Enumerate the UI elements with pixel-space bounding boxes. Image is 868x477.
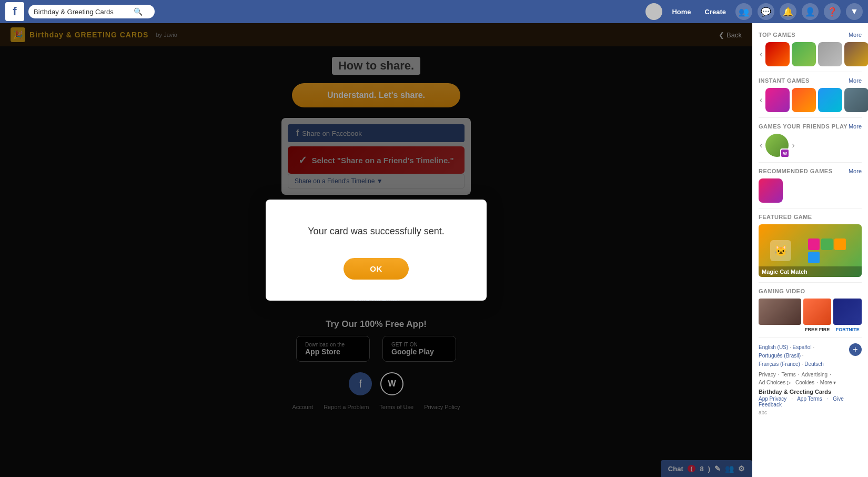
terms-text[interactable]: Terms bbox=[782, 372, 796, 377]
app-privacy-link[interactable]: App Privacy bbox=[759, 396, 786, 402]
user-avatar bbox=[645, 3, 662, 20]
video-pubg[interactable]: BATTLEGROUNDS bbox=[759, 299, 801, 332]
divider-3 bbox=[759, 162, 862, 163]
video-freefire[interactable]: FREE FIRE bbox=[803, 299, 832, 332]
featured-game-icon: 🐱 bbox=[770, 240, 791, 261]
language-options: English (US) · Español · Português (Bras… bbox=[759, 343, 824, 369]
top-games-prev[interactable]: ‹ bbox=[759, 49, 763, 59]
sidebar-footer: English (US) · Español · Português (Bras… bbox=[759, 343, 862, 369]
instant-games-more[interactable]: More bbox=[849, 77, 862, 84]
advertising-link[interactable]: Advertising bbox=[802, 372, 827, 377]
divider-6 bbox=[759, 337, 862, 338]
instant-game-2-thumb[interactable] bbox=[792, 88, 816, 112]
top-games-row: ‹ › bbox=[759, 42, 862, 66]
rec-game-1-thumb[interactable] bbox=[759, 178, 783, 203]
help-icon[interactable]: ❓ bbox=[824, 3, 841, 20]
divider-2 bbox=[759, 117, 862, 118]
main-layout: 🎉 Birthday & GREETING CARDS by Javio ❮ B… bbox=[0, 23, 868, 477]
game-knight-thumb[interactable] bbox=[844, 42, 868, 66]
top-games-header: TOP GAMES More bbox=[759, 32, 862, 38]
sidebar-brand: Birthday & Greeting Cards bbox=[759, 389, 862, 395]
video-pubg-label: BATTLEGROUNDS bbox=[759, 325, 801, 332]
recommended-games-row bbox=[759, 178, 862, 203]
friends-games-row: ‹ W › bbox=[759, 134, 862, 157]
gaming-videos-row: BATTLEGROUNDS FREE FIRE FORTNITE bbox=[759, 299, 862, 332]
game-slots-thumb[interactable] bbox=[765, 42, 790, 66]
facebook-topbar: f 🔍 Home Create 👥 💬 🔔 👤 ❓ ▼ bbox=[0, 0, 868, 23]
featured-game-header: FEATURED GAME bbox=[759, 214, 862, 220]
video-freefire-label: FREE FIRE bbox=[803, 325, 832, 332]
cookies-link[interactable]: Cookies bbox=[795, 380, 814, 385]
gaming-video-title: GAMING VIDEO bbox=[759, 288, 805, 294]
lang-espanol[interactable]: Español bbox=[792, 344, 811, 350]
game-candy-thumb[interactable] bbox=[792, 42, 816, 66]
featured-game-name-label: Magic Cat Match bbox=[759, 266, 862, 277]
fb-logo-letter: f bbox=[13, 5, 16, 18]
featured-game-image[interactable]: 🐱 Magic Cat Match bbox=[759, 224, 862, 277]
instant-game-1-thumb[interactable] bbox=[765, 88, 790, 112]
featured-game-title: FEATURED GAME bbox=[759, 214, 812, 220]
lang-french[interactable]: Français (France) bbox=[759, 361, 800, 367]
modal-ok-button[interactable]: OK bbox=[344, 258, 409, 280]
topbar-right: Home Create 👥 💬 🔔 👤 ❓ ▼ bbox=[645, 3, 863, 20]
search-bar[interactable]: 🔍 bbox=[28, 5, 155, 18]
friends-games-header: GAMES YOUR FRIENDS PLAY More bbox=[759, 123, 862, 130]
more-icon[interactable]: ▼ bbox=[846, 3, 863, 20]
sidebar-app-links: App Privacy · App Terms · Give Feedback bbox=[759, 396, 862, 408]
right-sidebar: TOP GAMES More ‹ › INSTANT GAMES More ‹ … bbox=[752, 23, 868, 477]
featured-game-tiles bbox=[808, 238, 850, 263]
instant-game-4-thumb[interactable] bbox=[844, 88, 868, 112]
home-nav[interactable]: Home bbox=[668, 5, 695, 18]
sidebar-footer-links: Privacy · Terms · Advertising · Ad Choic… bbox=[759, 372, 862, 385]
language-row: English (US) · Español · Português (Bras… bbox=[759, 343, 862, 369]
top-games-more[interactable]: More bbox=[849, 32, 862, 38]
friends-games-next[interactable]: › bbox=[791, 141, 795, 150]
instant-games-header: INSTANT GAMES More bbox=[759, 77, 862, 84]
terms-link-sidebar[interactable]: · bbox=[778, 372, 780, 377]
instant-games-row: ‹ › bbox=[759, 88, 862, 112]
app-terms-link[interactable]: App Terms bbox=[797, 396, 822, 402]
search-icon: 🔍 bbox=[134, 7, 143, 16]
recommended-games-title: RECOMMENDED GAMES bbox=[759, 168, 833, 174]
lang-english[interactable]: English (US) bbox=[759, 344, 788, 350]
more-footer-link[interactable]: More ▾ bbox=[820, 380, 836, 385]
lang-portuguese[interactable]: Português (Brasil) bbox=[759, 353, 801, 359]
ad-choices-link[interactable]: Ad Choices ▷ bbox=[759, 380, 791, 385]
messenger-icon[interactable]: 💬 bbox=[758, 3, 774, 20]
friend-avatar-1[interactable]: W bbox=[765, 134, 789, 157]
friends-games-prev[interactable]: ‹ bbox=[759, 141, 763, 150]
modal-overlay: Your card was successfully sent. OK bbox=[0, 23, 752, 477]
friend-game-badge: W bbox=[780, 148, 790, 158]
app-content: 🎉 Birthday & GREETING CARDS by Javio ❮ B… bbox=[0, 23, 752, 477]
instant-games-title: INSTANT GAMES bbox=[759, 77, 810, 84]
divider-5 bbox=[759, 282, 862, 283]
privacy-link-sidebar[interactable]: Privacy bbox=[759, 372, 776, 377]
modal-message: Your card was successfully sent. bbox=[287, 226, 466, 237]
recommended-games-header: RECOMMENDED GAMES More bbox=[759, 168, 862, 174]
create-nav[interactable]: Create bbox=[701, 5, 730, 18]
divider-1 bbox=[759, 72, 862, 72]
add-language-button[interactable]: + bbox=[849, 343, 862, 356]
top-games-title: TOP GAMES bbox=[759, 32, 795, 38]
recommended-games-more[interactable]: More bbox=[849, 168, 862, 174]
lang-deutsch[interactable]: Deutsch bbox=[804, 361, 824, 367]
video-fortnite[interactable]: FORTNITE bbox=[833, 299, 862, 332]
gaming-video-header: GAMING VIDEO bbox=[759, 288, 862, 294]
modal-dialog: Your card was successfully sent. OK bbox=[266, 200, 487, 301]
divider-4 bbox=[759, 208, 862, 208]
instant-games-prev[interactable]: ‹ bbox=[759, 95, 763, 105]
footer-about: abc bbox=[759, 410, 862, 415]
notifications-icon[interactable]: 🔔 bbox=[780, 3, 796, 20]
facebook-logo: f bbox=[5, 2, 24, 21]
friends-games-more[interactable]: More bbox=[849, 123, 862, 130]
game-face-thumb[interactable] bbox=[818, 42, 842, 66]
search-input[interactable] bbox=[34, 8, 134, 16]
friends-icon[interactable]: 👥 bbox=[735, 3, 752, 20]
video-fortnite-label: FORTNITE bbox=[833, 325, 862, 332]
instant-game-3-thumb[interactable] bbox=[818, 88, 842, 112]
friends-games-title: GAMES YOUR FRIENDS PLAY bbox=[759, 123, 847, 130]
profile-icon[interactable]: 👤 bbox=[802, 3, 819, 20]
